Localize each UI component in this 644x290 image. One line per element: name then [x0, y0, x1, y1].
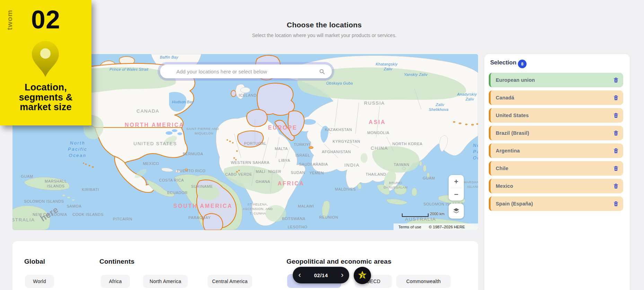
pager-label: 02/14	[314, 272, 328, 278]
map-label: DARUSSALAM	[383, 185, 407, 189]
map-label: NIGER	[268, 169, 281, 174]
map-label: PORTUGAL	[244, 141, 266, 146]
twom-cursor-logo	[354, 267, 371, 284]
zoom-controls: + −	[449, 175, 464, 201]
delete-selection-button[interactable]	[613, 130, 619, 136]
area-button-africa[interactable]: Africa	[101, 275, 130, 288]
step-badge: twom 02 Location, segments & market size	[0, 0, 91, 125]
map-label: BERMUDA	[183, 152, 203, 156]
step-title-line: market size	[3, 102, 88, 112]
selection-item-label: Canadá	[496, 95, 514, 100]
map-label: BRUNEI	[389, 181, 402, 185]
map-label: BOTSWANA	[282, 217, 305, 221]
selection-item: United States	[489, 108, 623, 123]
layers-button[interactable]	[449, 203, 464, 219]
page-title: Choose the locations	[12, 21, 636, 29]
map-label: MARSHALL	[45, 179, 67, 183]
delete-selection-button[interactable]	[613, 95, 619, 101]
selection-item-label: European union	[496, 77, 535, 83]
selection-panel: Selection 8 European unionCanadáUnited S…	[484, 54, 630, 290]
map-label: CANADA	[136, 108, 159, 114]
map-label: Khatangskiy	[376, 62, 398, 66]
map-label: AUSTRALIA	[12, 217, 35, 222]
map-label: SOUTH AMERICA	[174, 203, 233, 209]
map-label: T. CUNHA	[249, 211, 266, 215]
delete-selection-button[interactable]	[613, 148, 619, 154]
map-label: AUSTRALIA	[405, 217, 436, 222]
map-attribution: Terms of use © 1987–2026 HERE	[394, 223, 478, 230]
map-label: KAZAKHSTAN	[325, 128, 352, 132]
selection-item: European union	[489, 73, 623, 87]
area-button-commonwealth[interactable]: Commonwealth	[396, 275, 451, 288]
search-input[interactable]	[176, 68, 319, 75]
copyright-text: © 1987–2026 HERE	[429, 225, 465, 229]
global-heading: Global	[24, 258, 45, 265]
zoom-out-button[interactable]: −	[449, 188, 464, 201]
map-label: WESTERN SAHARA	[231, 160, 270, 165]
map-search	[160, 64, 332, 78]
delete-selection-button[interactable]	[613, 201, 619, 207]
map-label: CHINA	[371, 146, 388, 151]
zoom-in-button[interactable]: +	[449, 175, 464, 188]
map-label: Oc	[473, 155, 478, 160]
selection-count-badge: 8	[518, 60, 527, 68]
map-label: SOLOMON ISLANDS	[24, 199, 64, 203]
scale-bar	[402, 213, 429, 217]
map-label: ASIA	[369, 119, 386, 125]
map-label: Zaliv	[383, 67, 393, 71]
map-label: ASCENSION, AND	[243, 207, 273, 211]
map-label: SAINT PIERRE AND	[186, 127, 219, 131]
map-label: NORTH AMERICA	[125, 122, 184, 128]
trash-icon	[613, 148, 619, 154]
scale-label: 2000 km	[430, 212, 444, 216]
pager-next-button[interactable]: ›	[335, 267, 349, 283]
trash-icon	[613, 77, 619, 83]
map-label: THAILAND	[365, 172, 386, 176]
page-subtitle: Select the location where you will marke…	[12, 33, 636, 38]
map-label: Pa	[473, 149, 478, 154]
delete-selection-button[interactable]	[613, 112, 619, 118]
map-label: MEXICO	[143, 161, 159, 166]
map-label: Baffin Bay	[160, 55, 178, 59]
areas-card: Global Continents Geopolitical and econo…	[12, 241, 478, 290]
step-title-line: Location,	[3, 82, 88, 93]
terms-of-use-link[interactable]: Terms of use	[398, 225, 421, 229]
geo-pager: ‹ 02/14 ›	[293, 267, 349, 283]
map-label: AFGHANISTAN	[322, 150, 351, 154]
map-label: GHANA	[256, 179, 270, 184]
map-label: TAIWAN	[394, 162, 409, 167]
search-icon[interactable]	[319, 69, 325, 74]
continents-heading: Continents	[99, 258, 134, 265]
area-button-north-america[interactable]: North America	[143, 275, 188, 288]
area-button-world[interactable]: World	[25, 275, 54, 288]
map-label: PARAGUAY	[188, 216, 211, 220]
step-title-line: segments &	[3, 93, 88, 103]
pager-prev-button[interactable]: ‹	[293, 267, 307, 283]
selection-item: Brazil (Brasil)	[489, 126, 623, 140]
map-label: Anadyrskiy	[457, 92, 477, 96]
delete-selection-button[interactable]	[613, 165, 619, 172]
selection-item-label: Argentina	[496, 148, 520, 153]
map-label: KYRGYZSTAN	[333, 139, 360, 143]
map-label: Prince of Wales Strait	[109, 67, 149, 71]
trash-icon	[613, 130, 619, 136]
map-label: INDIA	[344, 162, 360, 168]
page: twom 02 Location, segments & market size…	[0, 0, 644, 290]
trash-icon	[613, 201, 619, 207]
map-label: MALDIVES	[335, 187, 356, 191]
map-label: ICELAND	[239, 93, 257, 97]
trash-icon	[613, 183, 619, 189]
delete-selection-button[interactable]	[613, 77, 619, 83]
selection-list: European unionCanadáUnited StatesBrazil …	[489, 73, 623, 211]
map-label: SURINAME	[191, 184, 213, 188]
map-label: MALI	[256, 169, 265, 174]
map-label: MIQUELON	[195, 131, 213, 135]
map-label: SAUDI ARABIA	[299, 162, 328, 166]
map-label: UNITED STATES	[133, 141, 177, 146]
delete-selection-button[interactable]	[613, 183, 619, 189]
map-label: RUSSIA	[364, 100, 385, 106]
layers-icon	[452, 207, 460, 215]
trash-icon	[613, 165, 619, 172]
area-button-central-america[interactable]: Central America	[208, 275, 252, 288]
map-label: Yanskiy Zaliv	[404, 72, 428, 77]
